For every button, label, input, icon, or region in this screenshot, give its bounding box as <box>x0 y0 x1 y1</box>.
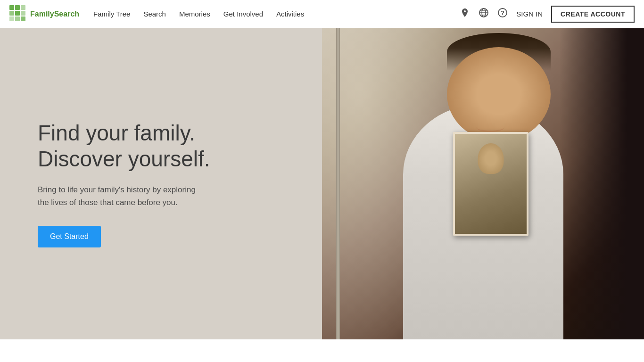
logo-icon <box>9 5 27 23</box>
hero-left: Find your family.Discover yourself. Brin… <box>0 28 322 339</box>
hero-subtitle: Bring to life your family's history by e… <box>38 183 207 209</box>
door-frame <box>336 28 340 339</box>
logo-link[interactable]: FamilySearch <box>9 5 79 23</box>
hero-photo <box>322 28 644 339</box>
old-photo <box>453 132 528 236</box>
help-icon[interactable]: ? <box>497 8 508 20</box>
svg-rect-4 <box>15 11 20 16</box>
below-fold: Start discovering your family story <box>0 339 644 362</box>
svg-rect-3 <box>9 11 14 16</box>
nav-activities[interactable]: Activities <box>276 10 304 18</box>
nav-right: ? SIGN IN CREATE ACCOUNT <box>460 6 635 23</box>
hero-title: Find your family.Discover yourself. <box>38 120 284 172</box>
svg-rect-7 <box>15 16 20 21</box>
create-account-button[interactable]: CREATE ACCOUNT <box>551 6 635 23</box>
svg-rect-0 <box>9 5 14 10</box>
svg-rect-2 <box>21 5 25 10</box>
logo-text: FamilySearch <box>30 10 79 18</box>
signin-link[interactable]: SIGN IN <box>516 10 543 18</box>
svg-rect-5 <box>21 11 25 16</box>
get-started-button[interactable]: Get Started <box>38 226 101 247</box>
photo-dark-bg <box>559 28 644 339</box>
hero-section: Find your family.Discover yourself. Brin… <box>0 28 644 339</box>
svg-text:?: ? <box>501 9 504 16</box>
nav-links: Family Tree Search Memories Get Involved… <box>93 10 460 18</box>
globe-icon[interactable] <box>479 8 489 20</box>
navbar: FamilySearch Family Tree Search Memories… <box>0 0 644 28</box>
boy-smile <box>476 123 504 132</box>
svg-rect-6 <box>9 16 14 21</box>
nav-search[interactable]: Search <box>143 10 166 18</box>
location-icon[interactable] <box>460 8 470 20</box>
svg-rect-1 <box>15 5 20 10</box>
nav-family-tree[interactable]: Family Tree <box>93 10 130 18</box>
nav-memories[interactable]: Memories <box>179 10 210 18</box>
svg-rect-8 <box>21 16 25 21</box>
nav-get-involved[interactable]: Get Involved <box>223 10 263 18</box>
